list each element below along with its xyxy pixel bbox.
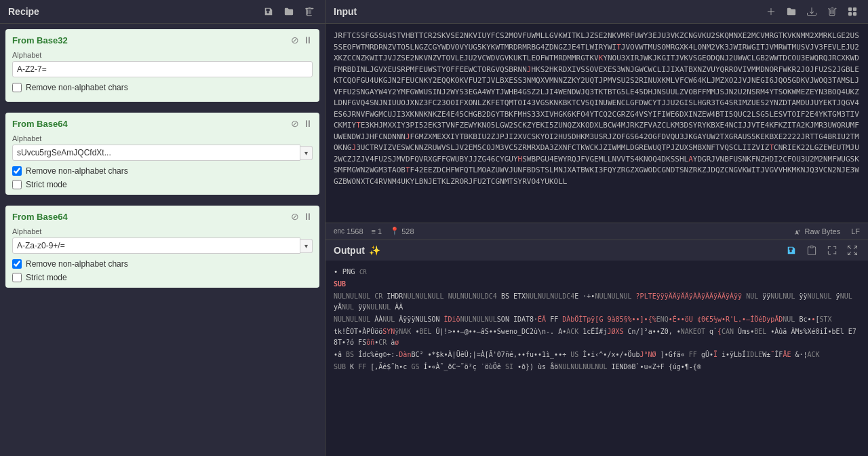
trash-icon [304,7,314,16]
right-panel: Input [326,0,868,456]
block2-strict-mode-row: Strict mode [12,180,313,189]
block2-pause-icon[interactable]: ⏸ [303,118,313,129]
raw-bytes-label: Raw Bytes [805,227,841,235]
block2-strict-mode-checkbox[interactable] [12,180,22,189]
lines-status: ≡ 1 [372,227,382,235]
block2-title: From Base64 [12,119,68,129]
block3-alphabet-label: Alphabet [12,227,313,235]
block1-alphabet-row [12,61,313,77]
block3-disable-icon[interactable]: ⊘ [291,211,299,222]
output-binary-line1: NULNULNUL CR IHDRNULNULNULL NULNULNULDC4… [334,291,860,313]
block3-alphabet-select-row: ▾ [12,238,313,254]
expand-icon [827,246,837,255]
fullscreen-icon [848,246,857,255]
block2-disable-icon[interactable]: ⊘ [291,118,299,129]
output-title: Output [334,245,365,256]
recipe-header-icons [261,5,317,18]
input-text-area[interactable]: JRFTC5SFG5SU4STVHBTTCR2SKVSE2NKVIUYFCS2M… [326,24,868,223]
output-header-icons [784,244,860,256]
lines-icon: ≡ [372,227,376,235]
output-save-icon [787,246,796,255]
recipe-block-from-base32-1: From Base32 ⊘ ⏸ Alphabet Remove non-alph… [5,29,319,102]
plus-icon [766,7,776,16]
open-folder-button[interactable] [281,5,296,18]
folder-icon [284,7,294,16]
save-button[interactable] [261,5,276,18]
output-fullscreen-button[interactable] [845,244,860,256]
output-cr-tag: CR [359,269,367,276]
block2-header: From Base64 ⊘ ⏸ [12,118,313,129]
block3-alphabet-input[interactable] [12,238,300,254]
block1-alphabet-label: Alphabet [12,51,313,59]
copy-icon [807,246,816,255]
block3-remove-nonalphabet-checkbox[interactable] [12,259,22,269]
block3-alphabet-dropdown[interactable]: ▾ [300,239,313,253]
save-icon [264,7,273,16]
block3-icons: ⊘ ⏸ [291,211,313,222]
text-size-icon [795,227,803,235]
input-text-content: JRFTC5SFG5SU4STVHBTTCR2SKVSE2NKVIUYFCS2M… [334,31,859,186]
input-header-icons [764,5,860,18]
selection-value: 528 [401,227,414,235]
output-copy-button[interactable] [804,244,819,256]
input-grid-button[interactable] [845,5,860,18]
grid-icon [848,7,857,16]
export-icon [807,7,816,16]
output-null-text1: NUL [334,292,346,300]
output-content: • PNG CR SUB NULNULNUL CR IHDRNULNULNULL… [326,261,868,457]
status-bar: enc 1568 ≡ 1 📍 528 Raw Bytes LF [326,223,868,240]
output-binary-line5: SUB K FF [,Äê$˜h•c GS Í•«À˜_ðC~˜ö²ç ˙öùÖ… [334,362,860,373]
block1-remove-nonalphabet-row: Remove non-alphabet chars [12,83,313,92]
output-binary-line2: NULNULNUL ÀÀNUL ÄÿÿÿNULSON ÍDiöNULNULNUL… [334,314,860,325]
block1-remove-nonalphabet-checkbox[interactable] [12,83,22,92]
output-expand-button[interactable] [825,244,840,256]
block3-strict-mode-checkbox[interactable] [12,273,22,282]
block2-strict-mode-label: Strict mode [26,180,67,189]
selection-icon: 📍 [390,227,399,235]
block2-remove-nonalphabet-checkbox[interactable] [12,166,22,176]
block1-title: From Base32 [12,35,68,45]
magic-wand-icon[interactable]: ✨ [369,245,380,256]
block3-remove-nonalphabet-label: Remove non-alphabet chars [26,259,128,269]
block3-remove-nonalphabet-row: Remove non-alphabet chars [12,259,313,269]
recipe-title: Recipe [8,6,39,17]
block1-disable-icon[interactable]: ⊘ [291,35,299,45]
open-folder-icon [787,7,796,16]
output-sub-tag: SUB [334,280,346,288]
recipe-block-from-base64-1: From Base64 ⊘ ⏸ Alphabet ▾ Remove non-al… [5,113,319,195]
output-line-png: • PNG CR [334,266,860,278]
input-title: Input [334,6,357,17]
block1-icons: ⊘ ⏸ [291,35,313,45]
block1-header: From Base32 ⊘ ⏸ [12,35,313,45]
raw-bytes-button[interactable]: Raw Bytes [792,226,844,237]
input-open-button[interactable] [784,5,799,18]
input-header: Input [326,0,868,24]
output-png-bullet: • [334,267,342,276]
block2-alphabet-dropdown[interactable]: ▾ [300,146,313,160]
input-add-button[interactable] [764,5,778,18]
enc-label: enc [334,227,344,235]
input-delete-button[interactable] [825,5,840,18]
left-panel: Recipe From Base32 [0,0,326,456]
delete-icon [827,7,837,16]
output-binary-line3: tk!ÈOT•ÀPÚööSYNÿNAK •BEL Ú|!>••–@••–âS••… [334,326,860,348]
block2-alphabet-input[interactable] [12,145,300,161]
block3-strict-mode-label: Strict mode [26,273,67,282]
output-sub-line: SUB [334,278,860,290]
output-binary-line4: •â BS Ídc%êg©÷:-DànBC² •*$k•À|ÜêÙ;|=À[Ã'… [334,349,860,360]
enc-status: enc 1568 [334,227,363,235]
recipe-header: Recipe [0,0,325,24]
lines-value: 1 [378,227,382,235]
output-header: Output ✨ [326,240,868,261]
selection-status: 📍 528 [390,227,414,235]
delete-recipe-button[interactable] [302,5,317,18]
output-save-button[interactable] [784,244,799,256]
block1-pause-icon[interactable]: ⏸ [303,35,313,45]
block1-alphabet-input[interactable] [12,61,313,77]
block2-alphabet-label: Alphabet [12,134,313,142]
block2-icons: ⊘ ⏸ [291,118,313,129]
output-nul3: NUL [358,292,370,300]
input-export-button[interactable] [804,5,819,18]
recipe-block-from-base64-2: From Base64 ⊘ ⏸ Alphabet ▾ Remove non-al… [5,206,319,288]
block3-pause-icon[interactable]: ⏸ [303,211,313,222]
